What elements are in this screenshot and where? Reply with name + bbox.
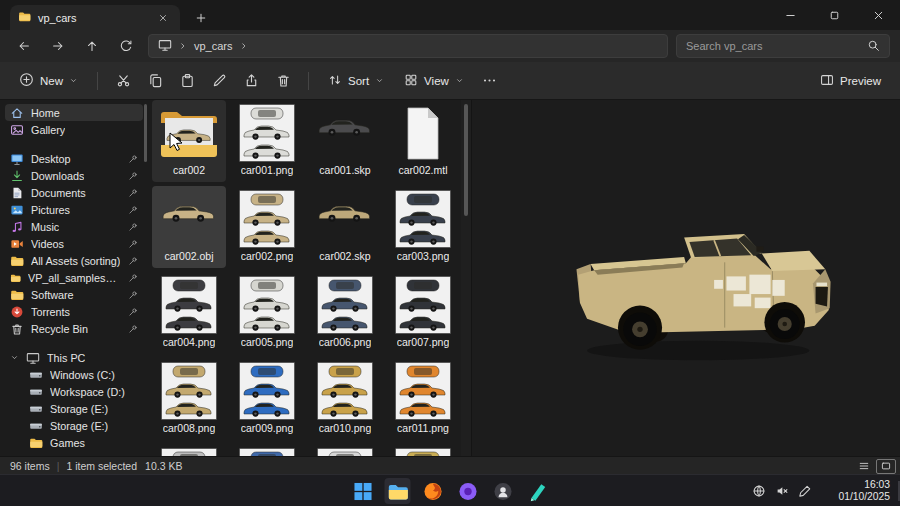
file-car004-png[interactable]: car004.png: [152, 272, 226, 354]
file-car010-png[interactable]: car010.png: [308, 358, 382, 440]
sidebar-item-torrents[interactable]: Torrents: [5, 303, 143, 320]
drive-icon: [29, 368, 43, 382]
file-thumbnail: [235, 189, 299, 249]
close-button[interactable]: [856, 0, 900, 30]
sidebar-item-downloads[interactable]: Downloads: [5, 167, 143, 184]
preview-toggle-button[interactable]: Preview: [811, 67, 890, 95]
sidebar-item-gallery[interactable]: Gallery: [5, 121, 143, 138]
taskbar-clock[interactable]: 16:03 01/10/2025: [838, 479, 890, 503]
address-bar[interactable]: vp_cars: [148, 34, 668, 58]
sidebar-item-label: Workspace (D:): [50, 386, 125, 398]
file-thumbnail: [235, 447, 299, 456]
pin-icon: [128, 222, 138, 232]
file-car007-png[interactable]: car007.png: [386, 272, 460, 354]
file-partial[interactable]: [308, 444, 382, 456]
volume-muted-tray-icon[interactable]: [775, 484, 789, 498]
new-button[interactable]: New: [10, 67, 87, 95]
delete-button[interactable]: [268, 67, 298, 95]
share-button[interactable]: [236, 67, 266, 95]
sidebar-item-windows-c[interactable]: Windows (C:): [5, 366, 143, 383]
file-partial[interactable]: [386, 444, 460, 456]
sidebar-item-vp-all-samples-presets[interactable]: VP_all_samples_presets: [5, 269, 143, 286]
pin-icon: [128, 290, 138, 300]
up-icon: [85, 39, 99, 53]
chevron-right-icon: [239, 41, 249, 51]
sidebar-item-storage-e[interactable]: Storage (E:): [5, 417, 143, 434]
sidebar-item-home[interactable]: Home: [5, 104, 143, 121]
file-car002-skp[interactable]: car002.skp: [308, 186, 382, 268]
chevron-right-icon: [178, 41, 188, 51]
sidebar-item-workspace-d[interactable]: Workspace (D:): [5, 383, 143, 400]
file-grid: car002car001.pngcar001.skpcar002.mtlcar0…: [152, 100, 462, 456]
sidebar-item-storage-e[interactable]: Storage (E:): [5, 400, 143, 417]
paste-button[interactable]: [172, 67, 202, 95]
delete-icon: [276, 73, 291, 88]
up-button[interactable]: [78, 33, 106, 59]
file-car001-skp[interactable]: car001.skp: [308, 100, 382, 182]
cut-button[interactable]: [108, 67, 138, 95]
sort-button[interactable]: Sort: [319, 67, 393, 95]
sidebar-item-desktop[interactable]: Desktop: [5, 150, 143, 167]
file-partial[interactable]: [230, 444, 304, 456]
app-gray-taskbar-icon[interactable]: [490, 478, 516, 504]
pin-icon: [128, 256, 138, 266]
refresh-button[interactable]: [112, 33, 140, 59]
file-car011-png[interactable]: car011.png: [386, 358, 460, 440]
breadcrumb-item[interactable]: vp_cars: [194, 40, 233, 52]
thumb-view-button[interactable]: [876, 459, 896, 474]
sidebar-item-software[interactable]: Software: [5, 286, 143, 303]
explorer-tab[interactable]: vp_cars: [10, 5, 180, 30]
sidebar-item-label: VP_all_samples_presets: [28, 272, 121, 284]
selection-count: 1 item selected: [66, 460, 137, 472]
start-button-taskbar-icon[interactable]: [350, 478, 376, 504]
sidebar-item-recycle-bin[interactable]: Recycle Bin: [5, 320, 143, 337]
file-car002-mtl[interactable]: car002.mtl: [386, 100, 460, 182]
sidebar-item-this-pc[interactable]: This PC: [5, 349, 143, 366]
rename-button[interactable]: [204, 67, 234, 95]
file-car006-png[interactable]: car006.png: [308, 272, 382, 354]
file-thumbnail: [157, 275, 221, 335]
more-options-button[interactable]: [475, 67, 505, 95]
sidebar-item-documents[interactable]: Documents: [5, 184, 143, 201]
sidebar-item-pictures[interactable]: Pictures: [5, 201, 143, 218]
file-car002-png[interactable]: car002.png: [230, 186, 304, 268]
maximize-button[interactable]: [812, 0, 856, 30]
file-car009-png[interactable]: car009.png: [230, 358, 304, 440]
file-car005-png[interactable]: car005.png: [230, 272, 304, 354]
back-button[interactable]: [10, 33, 38, 59]
forward-button[interactable]: [44, 33, 72, 59]
tab-close-icon[interactable]: [154, 9, 172, 27]
file-car008-png[interactable]: car008.png: [152, 358, 226, 440]
app-purple-taskbar-icon[interactable]: [455, 478, 481, 504]
sidebar-item-all-assets-sorting[interactable]: All Assets (sorting): [5, 252, 143, 269]
minimize-button[interactable]: [768, 0, 812, 30]
file-car002-obj[interactable]: car002.obj: [152, 186, 226, 268]
file-car003-png[interactable]: car003.png: [386, 186, 460, 268]
sidebar-item-games[interactable]: Games: [5, 434, 143, 451]
file-thumbnail: [157, 447, 221, 456]
details-view-button[interactable]: [854, 459, 874, 474]
app-teal-taskbar-icon[interactable]: [525, 478, 551, 504]
pen-tray-icon[interactable]: [798, 484, 812, 498]
new-tab-button[interactable]: [190, 8, 212, 28]
firefox-taskbar-icon[interactable]: [420, 478, 446, 504]
file-partial[interactable]: [152, 444, 226, 456]
file-car002[interactable]: car002: [152, 100, 226, 182]
file-car001-png[interactable]: car001.png: [230, 100, 304, 182]
sidebar-scrollbar[interactable]: [144, 104, 147, 162]
scrollbar-thumb[interactable]: [464, 104, 468, 216]
selection-size: 10.3 KB: [145, 460, 182, 472]
file-grid-scrollbar[interactable]: [461, 100, 471, 456]
search-input[interactable]: [686, 40, 861, 52]
sidebar-item-videos[interactable]: Videos: [5, 235, 143, 252]
file-explorer-taskbar-icon[interactable]: [385, 478, 411, 504]
file-thumbnail: [157, 103, 221, 163]
file-thumbnail: [391, 275, 455, 335]
copy-button[interactable]: [140, 67, 170, 95]
pin-icon: [128, 222, 138, 232]
search-box[interactable]: [676, 34, 890, 58]
view-button[interactable]: View: [395, 67, 473, 95]
sidebar-item-music[interactable]: Music: [5, 218, 143, 235]
network-tray-icon[interactable]: [752, 484, 766, 498]
refresh-icon: [119, 39, 133, 53]
